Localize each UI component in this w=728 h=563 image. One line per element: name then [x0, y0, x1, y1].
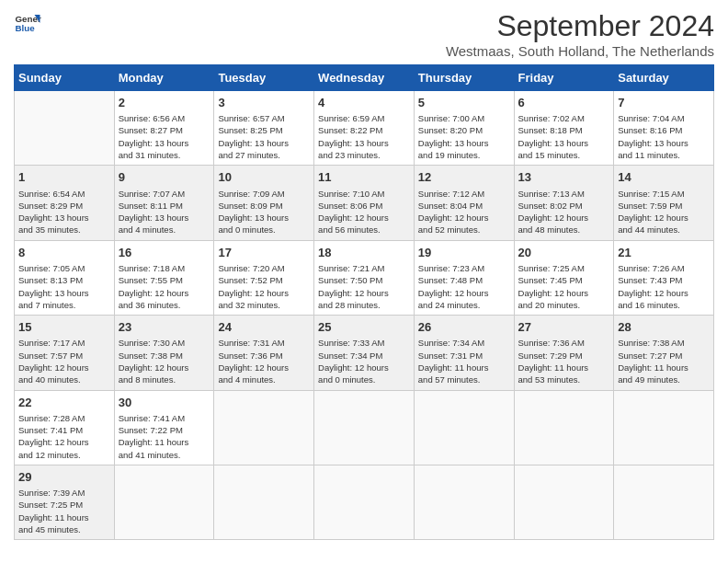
day-info-line: Daylight: 12 hours [218, 287, 310, 299]
calendar-table: Sunday Monday Tuesday Wednesday Thursday… [14, 64, 714, 540]
day-info-line: Sunset: 7:27 PM [618, 350, 710, 362]
day-info-line: Daylight: 11 hours [119, 436, 210, 448]
table-row: 17Sunrise: 7:20 AMSunset: 7:52 PMDayligh… [214, 240, 314, 315]
day-info-line: Sunset: 7:22 PM [119, 424, 210, 436]
day-info-line: Daylight: 11 hours [18, 511, 110, 523]
day-info-line: and 11 minutes. [618, 149, 710, 161]
table-row: 13Sunrise: 7:13 AMSunset: 8:02 PMDayligh… [514, 166, 614, 240]
day-info-line: and 8 minutes. [119, 373, 210, 385]
day-info-line: Sunset: 7:57 PM [18, 350, 110, 362]
day-info-line: and 36 minutes. [119, 299, 210, 311]
day-info-line: Sunrise: 7:13 AM [518, 188, 610, 200]
day-info-line: Daylight: 12 hours [218, 362, 310, 373]
day-info-line: Sunset: 8:18 PM [518, 124, 610, 136]
day-info-line: and 40 minutes. [18, 373, 110, 385]
day-info-line: Sunset: 7:36 PM [218, 350, 310, 362]
day-info-line: Sunrise: 7:09 AM [218, 188, 310, 200]
day-info-line: Sunset: 7:34 PM [318, 350, 410, 362]
day-info-line: and 4 minutes. [218, 373, 310, 385]
day-info-line: Daylight: 12 hours [418, 212, 510, 224]
calendar-row-4: 22Sunrise: 7:28 AMSunset: 7:41 PMDayligh… [15, 390, 714, 465]
day-number: 5 [418, 95, 510, 111]
page-subtitle: Westmaas, South Holland, The Netherlands [446, 43, 714, 59]
table-row: 5Sunrise: 7:00 AMSunset: 8:20 PMDaylight… [414, 91, 514, 166]
day-info-line: Daylight: 12 hours [518, 287, 610, 299]
day-info-line: Sunrise: 7:36 AM [518, 337, 610, 349]
day-number: 20 [518, 245, 610, 261]
table-row: 9Sunrise: 7:07 AMSunset: 8:11 PMDaylight… [114, 166, 214, 240]
day-info-line: Sunrise: 7:07 AM [119, 188, 210, 200]
table-row: 27Sunrise: 7:36 AMSunset: 7:29 PMDayligh… [514, 316, 614, 390]
day-info-line: Daylight: 12 hours [418, 287, 510, 299]
day-info-line: Sunset: 7:52 PM [218, 274, 310, 286]
day-info-line: and 57 minutes. [418, 373, 510, 385]
day-info-line: Sunset: 7:29 PM [518, 350, 610, 362]
svg-text:Blue: Blue [16, 23, 36, 33]
day-info-line: Sunrise: 7:39 AM [18, 487, 110, 499]
day-number: 24 [218, 319, 310, 336]
table-row [614, 465, 714, 539]
calendar-row-5: 29Sunrise: 7:39 AMSunset: 7:25 PMDayligh… [15, 465, 714, 539]
day-info-line: Sunrise: 6:56 AM [119, 112, 210, 124]
day-info-line: and 32 minutes. [218, 299, 310, 311]
day-info-line: Sunset: 8:04 PM [418, 200, 510, 212]
day-info-line: Sunset: 7:41 PM [18, 424, 110, 436]
table-row [414, 390, 514, 465]
day-number: 28 [618, 319, 710, 336]
day-info-line: and 45 minutes. [18, 523, 110, 535]
day-number: 9 [119, 169, 210, 186]
day-info-line: Sunrise: 7:05 AM [18, 262, 110, 274]
day-info-line: Sunset: 8:16 PM [618, 124, 710, 136]
day-info-line: Daylight: 12 hours [318, 362, 410, 373]
day-number: 18 [318, 245, 410, 261]
day-info-line: Daylight: 13 hours [518, 137, 610, 149]
day-info-line: Daylight: 13 hours [218, 212, 310, 224]
table-row: 21Sunrise: 7:26 AMSunset: 7:43 PMDayligh… [614, 240, 714, 315]
day-info-line: Sunset: 7:43 PM [618, 274, 710, 286]
day-info-line: Sunrise: 7:04 AM [618, 112, 710, 124]
day-info-line: Sunset: 8:25 PM [218, 124, 310, 136]
day-info-line: Daylight: 11 hours [418, 362, 510, 373]
day-info-line: Daylight: 13 hours [318, 137, 410, 149]
table-row [514, 465, 614, 539]
calendar-row-2: 8Sunrise: 7:05 AMSunset: 8:13 PMDaylight… [15, 240, 714, 315]
day-info-line: Sunset: 7:55 PM [119, 274, 210, 286]
day-number: 19 [418, 245, 510, 261]
day-number: 14 [618, 169, 710, 186]
day-info-line: Daylight: 12 hours [119, 362, 210, 373]
table-row: 29Sunrise: 7:39 AMSunset: 7:25 PMDayligh… [15, 465, 115, 539]
day-number: 26 [418, 319, 510, 336]
day-number: 15 [18, 319, 110, 336]
day-info-line: Sunrise: 7:18 AM [119, 262, 210, 274]
table-row: 19Sunrise: 7:23 AMSunset: 7:48 PMDayligh… [414, 240, 514, 315]
table-row: 4Sunrise: 6:59 AMSunset: 8:22 PMDaylight… [314, 91, 415, 166]
day-info-line: Daylight: 11 hours [618, 362, 710, 373]
col-tuesday: Tuesday [214, 65, 314, 91]
day-info-line: and 28 minutes. [318, 299, 410, 311]
table-row [414, 465, 514, 539]
day-info-line: Sunrise: 6:59 AM [318, 112, 410, 124]
day-info-line: Sunset: 8:20 PM [418, 124, 510, 136]
day-info-line: and 41 minutes. [119, 449, 210, 461]
day-info-line: Daylight: 12 hours [18, 436, 110, 448]
day-number: 6 [518, 95, 610, 111]
col-monday: Monday [114, 65, 214, 91]
table-row: 23Sunrise: 7:30 AMSunset: 7:38 PMDayligh… [114, 316, 214, 390]
day-info-line: and 0 minutes. [318, 373, 410, 385]
day-number: 21 [618, 245, 710, 261]
day-info-line: Daylight: 11 hours [518, 362, 610, 373]
day-info-line: and 44 minutes. [618, 224, 710, 236]
day-info-line: Sunrise: 7:12 AM [418, 188, 510, 200]
day-info-line: Daylight: 13 hours [119, 212, 210, 224]
table-row: 22Sunrise: 7:28 AMSunset: 7:41 PMDayligh… [15, 390, 115, 465]
calendar-row-3: 15Sunrise: 7:17 AMSunset: 7:57 PMDayligh… [15, 316, 714, 390]
table-row [114, 465, 214, 539]
day-info-line: Sunrise: 7:38 AM [618, 337, 710, 349]
day-info-line: Sunrise: 7:21 AM [318, 262, 410, 274]
table-row: 25Sunrise: 7:33 AMSunset: 7:34 PMDayligh… [314, 316, 415, 390]
day-info-line: and 56 minutes. [318, 224, 410, 236]
day-info-line: and 27 minutes. [218, 149, 310, 161]
day-info-line: Daylight: 13 hours [618, 137, 710, 149]
day-info-line: Sunset: 7:31 PM [418, 350, 510, 362]
day-info-line: Sunrise: 7:34 AM [418, 337, 510, 349]
